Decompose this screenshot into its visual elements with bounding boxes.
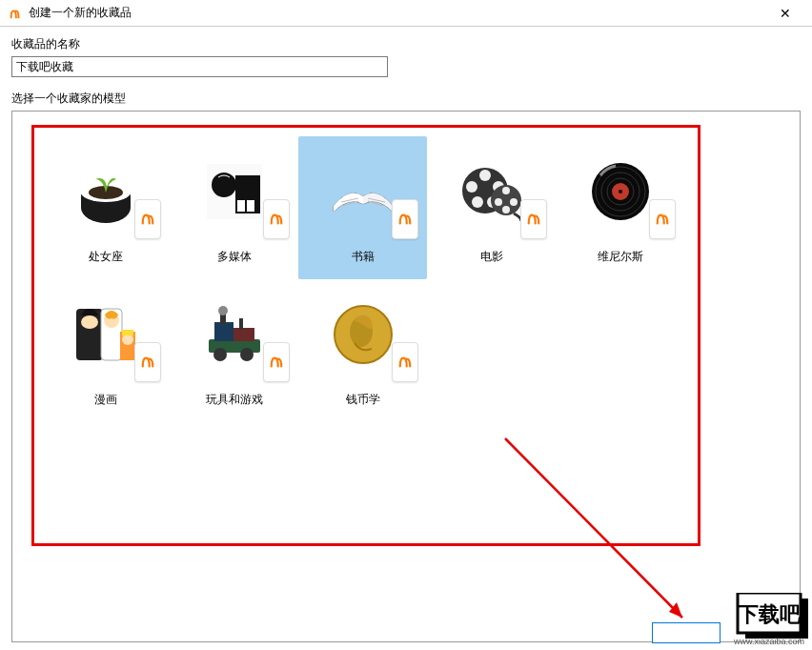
device-badge-icon — [392, 199, 418, 239]
device-badge-icon — [134, 199, 161, 239]
device-badge-icon — [263, 199, 290, 239]
collection-name-input[interactable] — [11, 56, 388, 77]
film-icon — [444, 148, 539, 235]
model-label: 维尼尔斯 — [598, 249, 643, 265]
model-item-coin[interactable]: 钱币学 — [298, 279, 427, 422]
svg-text:下载吧: 下载吧 — [737, 602, 802, 626]
model-item-film[interactable]: 电影 — [427, 136, 556, 279]
model-label: 处女座 — [89, 249, 123, 265]
plant-icon — [58, 148, 153, 235]
model-label: 漫画 — [94, 392, 117, 408]
model-item-toy[interactable]: 玩具和游戏 — [170, 279, 298, 422]
model-item-comics[interactable]: 漫画 — [41, 279, 170, 422]
close-button[interactable]: ✕ — [766, 0, 804, 27]
model-label: 电影 — [480, 249, 503, 265]
model-label: 书籍 — [352, 249, 375, 265]
model-label: 玩具和游戏 — [206, 392, 263, 408]
model-select-panel: 处女座多媒体书籍电影维尼尔斯漫画玩具和游戏钱币学 — [11, 111, 801, 642]
vinyl-icon — [573, 148, 668, 235]
app-icon — [8, 6, 23, 21]
comics-icon — [58, 291, 153, 378]
coin-icon — [315, 291, 411, 378]
multimedia-icon — [187, 148, 282, 235]
model-item-book[interactable]: 书籍 — [298, 136, 427, 279]
svg-text:www.xiazaiba.com: www.xiazaiba.com — [733, 637, 804, 646]
device-badge-icon — [263, 342, 290, 382]
device-badge-icon — [520, 199, 547, 239]
window-title: 创建一个新的收藏品 — [29, 5, 766, 21]
device-badge-icon — [392, 342, 418, 382]
name-label: 收藏品的名称 — [11, 36, 801, 52]
model-item-plant[interactable]: 处女座 — [41, 136, 170, 279]
model-item-vinyl[interactable]: 维尼尔斯 — [556, 136, 684, 279]
model-item-multimedia[interactable]: 多媒体 — [170, 136, 298, 279]
toy-icon — [187, 291, 282, 378]
model-label: 多媒体 — [217, 249, 252, 265]
device-badge-icon — [134, 342, 161, 382]
device-badge-icon — [649, 199, 676, 239]
watermark: 下载吧 www.xiazaiba.com — [679, 593, 812, 650]
model-label: 选择一个收藏家的模型 — [11, 91, 801, 107]
model-label: 钱币学 — [346, 392, 380, 408]
book-icon — [315, 148, 411, 235]
